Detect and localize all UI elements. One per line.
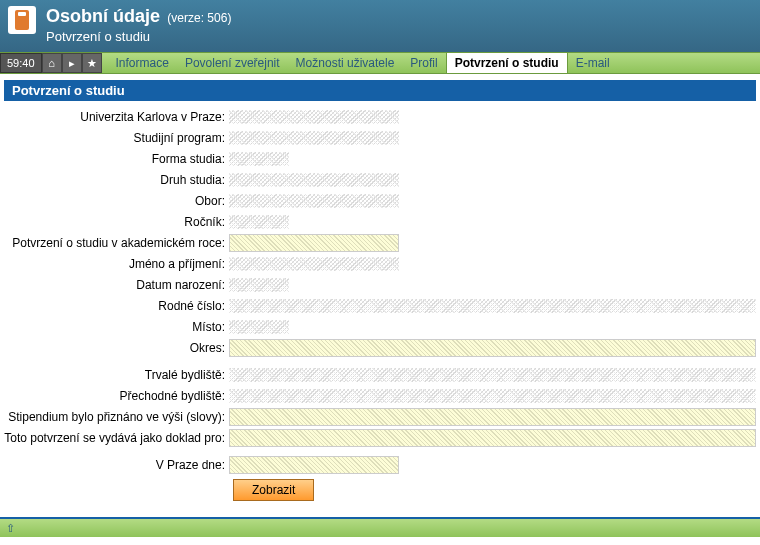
form-row: Trvalé bydliště: — [4, 365, 756, 385]
form-label: Přechodné bydliště: — [4, 389, 229, 403]
page-subtitle: Potvrzení o studiu — [46, 29, 231, 44]
form-label: Univerzita Karlova v Praze: — [4, 110, 229, 124]
form-row: Toto potvrzení se vydává jako doklad pro… — [4, 428, 756, 448]
app-icon — [8, 6, 36, 34]
form-value — [229, 320, 289, 334]
form-row: Stipendium bylo přiznáno ve výši (slovy)… — [4, 407, 756, 427]
form-label: Studijní program: — [4, 131, 229, 145]
zobrazit-button[interactable]: Zobrazit — [233, 479, 314, 501]
form-label: Okres: — [4, 341, 229, 355]
form-label: Místo: — [4, 320, 229, 334]
form-row: Univerzita Karlova v Praze: — [4, 107, 756, 127]
scroll-top-icon[interactable]: ⇧ — [6, 522, 15, 535]
form-label: Potvrzení o studiu v akademickém roce: — [4, 236, 229, 250]
form-label: Rodné číslo: — [4, 299, 229, 313]
form-label: Stipendium bylo přiznáno ve výši (slovy)… — [4, 410, 229, 424]
form-value — [229, 278, 289, 292]
form-label: Trvalé bydliště: — [4, 368, 229, 382]
page-header: Osobní údaje (verze: 506) Potvrzení o st… — [0, 0, 760, 52]
form-input[interactable] — [229, 339, 756, 357]
form-label: Ročník: — [4, 215, 229, 229]
form-row: Druh studia: — [4, 170, 756, 190]
form-row: Jméno a příjmení: — [4, 254, 756, 274]
header-text: Osobní údaje (verze: 506) Potvrzení o st… — [46, 6, 231, 44]
form-value — [229, 257, 399, 271]
form-input[interactable] — [229, 408, 756, 426]
step-icon[interactable]: ▸ — [62, 53, 82, 73]
panel-title: Potvrzení o studiu — [4, 80, 756, 101]
tab-povoleni[interactable]: Povolení zveřejnit — [177, 53, 288, 73]
tab-informace[interactable]: Informace — [108, 53, 177, 73]
form-row: Rodné číslo: — [4, 296, 756, 316]
form-label: V Praze dne: — [4, 458, 229, 472]
form-input[interactable] — [229, 234, 399, 252]
form-row: V Praze dne: — [4, 455, 756, 475]
version-label: (verze: 506) — [167, 11, 231, 25]
form-row: Datum narození: — [4, 275, 756, 295]
form-row: Okres: — [4, 338, 756, 358]
form-input[interactable] — [229, 429, 756, 447]
form-value — [229, 368, 756, 382]
form-row: Místo: — [4, 317, 756, 337]
form-label: Forma studia: — [4, 152, 229, 166]
home-icon[interactable]: ⌂ — [42, 53, 62, 73]
tab-bar: Informace Povolení zveřejnit Možnosti už… — [102, 53, 618, 73]
tab-potvrzeni[interactable]: Potvrzení o studiu — [446, 53, 568, 73]
bottom-bar: ⇧ — [0, 517, 760, 537]
star-icon[interactable]: ★ — [82, 53, 102, 73]
form: Univerzita Karlova v Praze:Studijní prog… — [4, 107, 756, 475]
form-label: Jméno a příjmení: — [4, 257, 229, 271]
form-value — [229, 299, 756, 313]
form-label: Obor: — [4, 194, 229, 208]
form-row: Přechodné bydliště: — [4, 386, 756, 406]
tab-email[interactable]: E-mail — [568, 53, 618, 73]
form-row: Potvrzení o studiu v akademickém roce: — [4, 233, 756, 253]
toolbar-icons: ⌂ ▸ ★ — [42, 53, 102, 73]
form-row: Ročník: — [4, 212, 756, 232]
form-value — [229, 389, 756, 403]
button-row: Zobrazit — [4, 479, 756, 501]
session-timer: 59:40 — [0, 53, 42, 73]
form-label: Druh studia: — [4, 173, 229, 187]
tab-moznosti[interactable]: Možnosti uživatele — [288, 53, 403, 73]
form-row: Forma studia: — [4, 149, 756, 169]
form-value — [229, 110, 399, 124]
form-value — [229, 215, 289, 229]
form-input[interactable] — [229, 456, 399, 474]
form-value — [229, 194, 399, 208]
form-value — [229, 152, 289, 166]
form-value — [229, 173, 399, 187]
page-title: Osobní údaje — [46, 6, 160, 26]
content: Potvrzení o studiu Univerzita Karlova v … — [0, 74, 760, 509]
form-row: Obor: — [4, 191, 756, 211]
toolbar: 59:40 ⌂ ▸ ★ Informace Povolení zveřejnit… — [0, 52, 760, 74]
form-value — [229, 131, 399, 145]
tab-profil[interactable]: Profil — [402, 53, 445, 73]
form-label: Datum narození: — [4, 278, 229, 292]
form-row: Studijní program: — [4, 128, 756, 148]
form-label: Toto potvrzení se vydává jako doklad pro… — [4, 431, 229, 445]
